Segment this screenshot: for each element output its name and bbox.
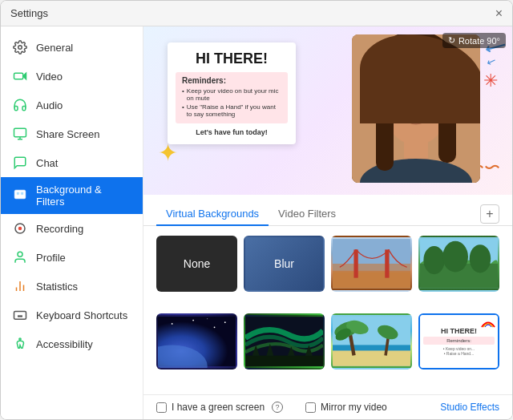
sidebar-item-audio-label: Audio [36, 99, 63, 111]
svg-point-10 [18, 227, 22, 231]
sidebar-item-chat[interactable]: Chat [1, 148, 143, 177]
titlebar: Settings × [1, 1, 512, 26]
slide-reminders: Reminders: • Keep your video on but your… [176, 72, 288, 123]
sidebar-item-share-screen[interactable]: Share Screen [1, 119, 143, 148]
content-area: ⟵ ↙ ✳ 〜〜 ✦ HI THERE! Reminders: [143, 26, 512, 419]
sidebar-item-video[interactable]: Video [1, 62, 143, 91]
svg-point-38 [423, 246, 444, 274]
mirror-video-checkbox[interactable] [305, 402, 316, 413]
mirror-video-option[interactable]: Mirror my video [305, 402, 387, 413]
footer-bar: I have a green screen ? Mirror my video … [143, 394, 512, 419]
sidebar-item-background-filters-label: Background & Filters [36, 184, 131, 208]
svg-point-46 [224, 321, 226, 323]
svg-rect-1 [14, 73, 23, 79]
sidebar-item-statistics[interactable]: Statistics [1, 272, 143, 301]
sidebar-item-general-label: General [36, 42, 73, 54]
slide-title: HI THERE! [176, 50, 288, 67]
preview-background: ⟵ ↙ ✳ 〜〜 ✦ HI THERE! Reminders: [143, 26, 512, 195]
slide-fun: Let's have fun today! [176, 128, 288, 136]
svg-point-40 [470, 244, 491, 273]
svg-point-44 [192, 320, 194, 321]
backgrounds-grid: None Blur [143, 226, 512, 394]
bg-bridge[interactable] [331, 236, 412, 292]
sidebar-item-keyboard-shortcuts-label: Keyboard Shortcuts [36, 309, 127, 321]
slide-card: HI THERE! Reminders: • Keep your video o… [168, 42, 296, 144]
sidebar-item-chat-label: Chat [36, 157, 58, 169]
sidebar-item-general[interactable]: General [1, 33, 143, 62]
nature-image [420, 237, 498, 290]
rotate-icon: ↻ [448, 35, 455, 46]
sidebar-item-video-label: Video [36, 71, 63, 83]
slide-reminders-title: Reminders: [182, 76, 281, 85]
sidebar-item-recording-label: Recording [36, 223, 83, 235]
tab-video-filters[interactable]: Video Filters [269, 203, 345, 226]
svg-point-25 [401, 99, 410, 111]
bridge-image [333, 237, 410, 290]
tab-virtual-backgrounds[interactable]: Virtual Backgrounds [156, 203, 269, 226]
settings-window: Settings × General Video [0, 0, 513, 420]
green-screen-option[interactable]: I have a green screen ? [156, 402, 283, 413]
window-title: Settings [10, 7, 48, 19]
bg-slide[interactable]: HI THERE! Reminders: • Keep video on... … [418, 313, 499, 370]
slide-reminder-1: • Keep your video on but your mic on mut… [182, 87, 281, 102]
accessibility-icon [12, 336, 28, 352]
preview-section: ⟵ ↙ ✳ 〜〜 ✦ HI THERE! Reminders: [143, 26, 512, 195]
general-icon [12, 39, 28, 55]
svg-point-39 [442, 241, 468, 273]
studio-effects-link[interactable]: Studio Effects [440, 402, 499, 413]
space-image [158, 315, 236, 368]
rotate-button[interactable]: ↻ Rotate 90° [442, 33, 506, 48]
sidebar: General Video Audio [1, 26, 143, 419]
bg-tropical[interactable] [331, 313, 412, 370]
svg-rect-50 [245, 356, 323, 366]
keyboard-shortcuts-icon [12, 307, 28, 323]
svg-rect-35 [385, 249, 389, 277]
svg-point-0 [18, 46, 22, 50]
aurora-image [245, 315, 323, 368]
bg-blur[interactable]: Blur [244, 236, 325, 292]
main-content: General Video Audio [1, 26, 512, 419]
svg-point-26 [422, 99, 431, 111]
sidebar-item-audio[interactable]: Audio [1, 91, 143, 119]
svg-rect-32 [333, 271, 410, 289]
bg-none[interactable]: None [156, 236, 237, 292]
svg-point-11 [18, 252, 22, 256]
slide-thumbnail: HI THERE! Reminders: • Keep video on... … [420, 315, 498, 368]
sidebar-item-statistics-label: Statistics [36, 281, 78, 293]
svg-rect-3 [14, 128, 26, 137]
bg-space[interactable] [156, 313, 237, 370]
svg-rect-8 [21, 192, 24, 196]
green-screen-help-icon[interactable]: ? [272, 402, 283, 413]
sidebar-item-recording[interactable]: Recording [1, 214, 143, 243]
sidebar-item-accessibility[interactable]: Accessibility [1, 329, 143, 358]
sidebar-item-share-screen-label: Share Screen [36, 128, 100, 140]
close-button[interactable]: × [495, 7, 503, 20]
svg-point-47 [207, 318, 208, 319]
recording-icon [12, 220, 28, 236]
svg-rect-30 [438, 83, 456, 163]
sidebar-item-profile[interactable]: Profile [1, 243, 143, 272]
svg-point-43 [172, 323, 173, 325]
person-face [352, 34, 480, 183]
profile-icon [12, 249, 28, 265]
sidebar-item-background-filters[interactable]: Background & Filters [1, 177, 143, 214]
svg-point-45 [214, 326, 216, 328]
green-screen-checkbox[interactable] [156, 402, 167, 413]
bg-nature[interactable] [418, 236, 499, 292]
person-svg [352, 34, 480, 183]
bg-aurora[interactable] [244, 313, 325, 370]
slide-reminder-2: • Use "Raise a Hand" if you want to say … [182, 103, 281, 118]
sidebar-item-keyboard-shortcuts[interactable]: Keyboard Shortcuts [1, 301, 143, 329]
svg-rect-53 [333, 350, 410, 365]
svg-rect-34 [353, 249, 357, 277]
tab-add-button[interactable]: + [480, 204, 499, 224]
tropical-image [333, 315, 410, 368]
sidebar-item-accessibility-label: Accessibility [36, 338, 93, 350]
tabs-bar: Virtual Backgrounds Video Filters + [143, 195, 512, 226]
share-screen-icon [12, 126, 28, 142]
svg-rect-33 [333, 264, 410, 273]
chat-icon [12, 155, 28, 171]
star-decoration: ✳ [483, 71, 498, 91]
svg-rect-29 [376, 83, 394, 171]
statistics-icon [12, 278, 28, 294]
